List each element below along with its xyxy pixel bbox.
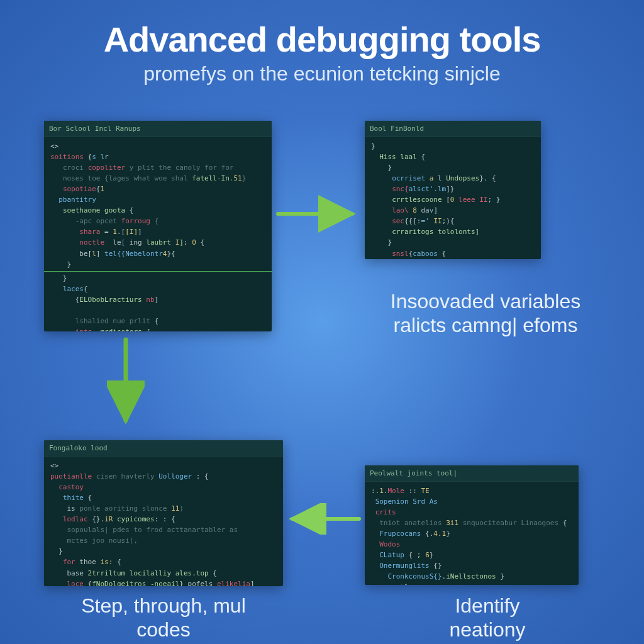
panel-header: Bor Sclool Incl Ranups	[44, 121, 272, 137]
caption-top-right: Insoovaded variables ralicts camng| efom…	[385, 289, 586, 338]
code-panel-top-left: Bor Sclool Incl Ranups <>soitions {s lr …	[44, 121, 272, 331]
page-title: Advanced debugging tools	[0, 0, 644, 60]
caption-bottom-left: Step, through, mul codes	[57, 594, 270, 642]
code-panel-top-right: Bool FinBonld } Hiss laal { } ocrriset a…	[365, 121, 541, 259]
page-subtitle: promefys on the ecunion tetcking sinjcle	[0, 62, 644, 86]
arrow-left-icon	[286, 503, 362, 535]
panel-code: } Hiss laal { } ocrriset a l Undopses}. …	[365, 137, 541, 259]
arrow-right-icon	[275, 195, 364, 233]
panel-code: <>puotianlle cisen havterly Uolloger : {…	[44, 457, 283, 586]
panel-header: Peolwalt joints tool|	[365, 465, 579, 482]
arrow-down-icon	[107, 337, 145, 431]
code-panel-bottom-right: Peolwalt joints tool| :.1.Mole :: TE Sop…	[365, 465, 579, 585]
code-panel-bottom-left: Fongaloko lood <>puotianlle cisen havter…	[44, 440, 283, 586]
panel-code: :.1.Mole :: TE Sopenion Srd As crits tni…	[365, 482, 579, 585]
panel-code: <>soitions {s lr croci copoliter y plit …	[44, 137, 272, 331]
panel-header: Bool FinBonld	[365, 121, 541, 137]
panel-header: Fongaloko lood	[44, 440, 283, 457]
caption-bottom-right: Identify neationy	[418, 594, 557, 642]
